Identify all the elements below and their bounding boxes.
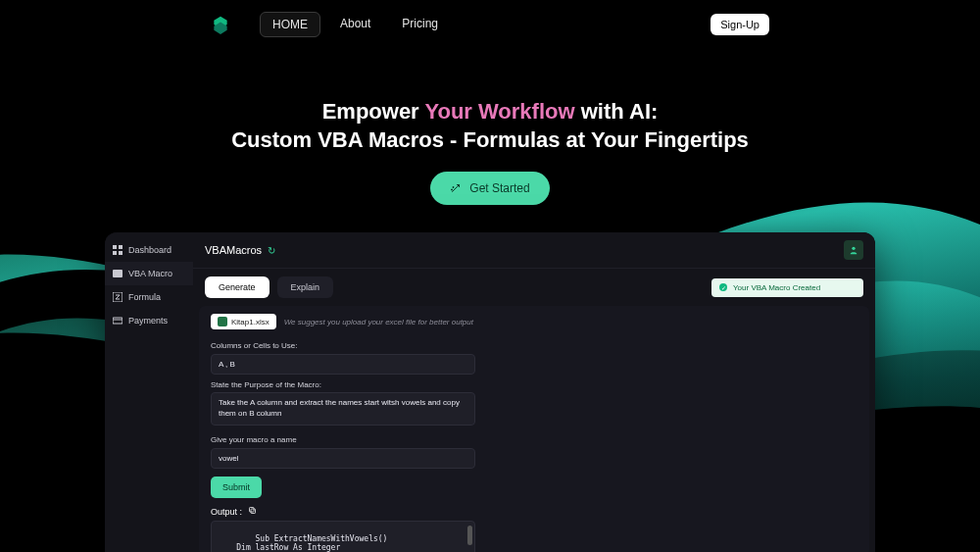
macro-name-label: Give your macro a name xyxy=(211,435,858,444)
purpose-input[interactable]: Take the A column and extract the names … xyxy=(211,392,475,426)
columns-label: Columns or Cells to Use: xyxy=(211,341,858,350)
svg-rect-3 xyxy=(119,251,122,255)
sidebar-item-label: Dashboard xyxy=(128,245,172,255)
columns-input[interactable] xyxy=(211,354,475,375)
excel-icon xyxy=(218,317,227,326)
nav-pricing[interactable]: Pricing xyxy=(390,12,450,37)
wand-icon xyxy=(450,182,462,194)
tab-generate[interactable]: Generate xyxy=(205,276,270,298)
sidebar-item-label: Formula xyxy=(128,292,161,302)
svg-rect-0 xyxy=(113,245,117,249)
hero: Empower Your Workflow with AI: Custom VB… xyxy=(0,98,980,205)
svg-point-8 xyxy=(852,247,855,250)
svg-rect-9 xyxy=(251,509,256,514)
payments-icon xyxy=(113,316,122,326)
tab-explain[interactable]: Explain xyxy=(277,276,334,298)
logo-icon xyxy=(211,15,230,34)
sidebar-item-label: VBA Macro xyxy=(128,269,172,278)
file-chip[interactable]: Kitap1.xlsx xyxy=(211,314,276,329)
svg-rect-6 xyxy=(113,318,122,324)
app-panel: Dashboard VBA Macro Formula Payments VBA… xyxy=(105,232,875,552)
nav-links: HOME About Pricing xyxy=(260,12,450,37)
sidebar-item-label: Payments xyxy=(128,316,168,326)
hero-accent: Your Workflow xyxy=(424,99,574,124)
top-nav: HOME About Pricing Sign-Up xyxy=(0,0,980,49)
user-avatar[interactable] xyxy=(844,240,863,260)
signup-button[interactable]: Sign-Up xyxy=(710,14,769,35)
formula-icon xyxy=(113,292,122,302)
refresh-icon[interactable]: ↻ xyxy=(268,245,275,256)
nav-home[interactable]: HOME xyxy=(260,12,320,37)
sidebar-item-payments[interactable]: Payments xyxy=(105,309,193,332)
form: Kitap1.xlsx We suggest you upload your e… xyxy=(199,306,869,552)
macro-name-input[interactable] xyxy=(211,448,475,469)
main-area: VBAMacros ↻ Generate Explain ✓ Your VBA … xyxy=(193,232,875,552)
copy-icon[interactable] xyxy=(248,506,257,517)
submit-button[interactable]: Submit xyxy=(211,477,262,498)
page-title: VBAMacros xyxy=(205,244,262,256)
sidebar: Dashboard VBA Macro Formula Payments xyxy=(105,232,193,552)
scrollbar[interactable] xyxy=(467,526,472,545)
svg-rect-1 xyxy=(119,245,122,249)
check-icon: ✓ xyxy=(719,283,727,291)
output-label: Output : xyxy=(211,506,858,517)
nav-about[interactable]: About xyxy=(328,12,382,37)
svg-rect-2 xyxy=(113,251,117,255)
svg-rect-10 xyxy=(250,508,255,513)
sidebar-item-formula[interactable]: Formula xyxy=(105,285,193,309)
toast-success: ✓ Your VBA Macro Created xyxy=(711,278,863,297)
get-started-button[interactable]: Get Started xyxy=(430,172,549,205)
svg-rect-4 xyxy=(113,270,122,277)
vba-icon xyxy=(113,269,122,278)
dashboard-icon xyxy=(113,245,122,255)
main-header: VBAMacros ↻ xyxy=(193,232,875,269)
sidebar-item-vba-macro[interactable]: VBA Macro xyxy=(105,262,193,285)
code-output[interactable]: Sub ExtractNamesWithVowels() Dim lastRow… xyxy=(211,521,475,552)
upload-hint: We suggest you upload your excel file fo… xyxy=(284,318,473,326)
sidebar-item-dashboard[interactable]: Dashboard xyxy=(105,238,193,262)
toolbar: Generate Explain ✓ Your VBA Macro Create… xyxy=(193,269,875,306)
purpose-label: State the Purpose of the Macro: xyxy=(211,380,858,389)
hero-heading: Empower Your Workflow with AI: Custom VB… xyxy=(0,98,980,154)
user-icon xyxy=(849,245,858,255)
